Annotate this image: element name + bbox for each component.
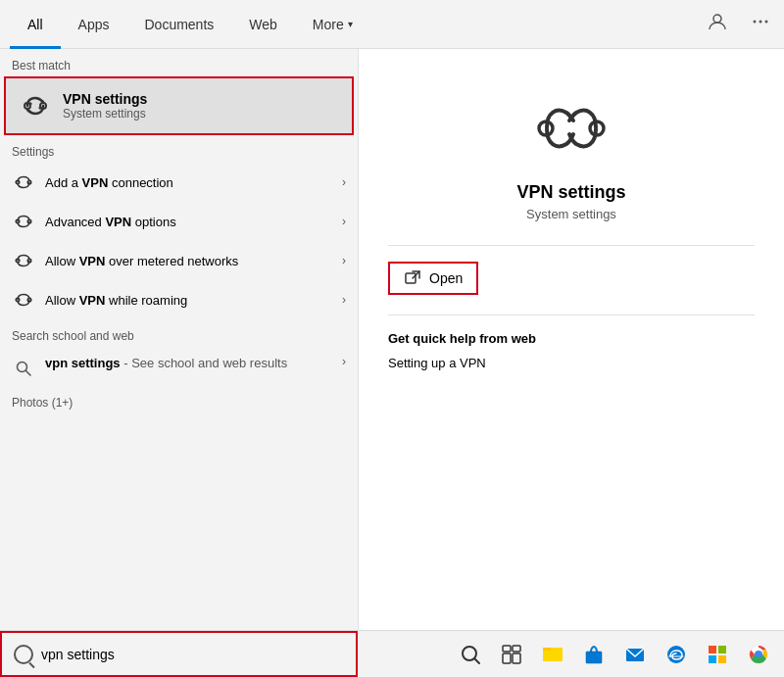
svg-rect-22 <box>503 646 511 652</box>
list-item-vpn-roaming-text: Allow VPN while roaming <box>45 293 342 308</box>
list-item-add-vpn-text: Add a VPN connection <box>45 175 342 190</box>
search-web-query: vpn settings <box>45 356 121 370</box>
list-item-vpn-metered[interactable]: Allow VPN over metered networks › <box>0 241 358 280</box>
svg-rect-33 <box>709 646 716 653</box>
taskbar-edge-icon[interactable] <box>659 637 694 672</box>
taskbar-msstore-icon[interactable] <box>700 637 735 672</box>
svg-rect-24 <box>503 653 511 663</box>
taskbar-mail-icon[interactable] <box>617 637 653 672</box>
svg-rect-27 <box>543 648 551 651</box>
tab-documents[interactable]: Documents <box>126 0 231 49</box>
best-match-title: VPN settings <box>63 91 147 107</box>
search-icon <box>14 645 33 664</box>
svg-rect-29 <box>586 652 602 663</box>
best-match-subtitle: System settings <box>63 107 147 121</box>
taskbar-store-icon[interactable] <box>576 637 612 672</box>
svg-rect-25 <box>513 653 520 663</box>
tab-apps-label: Apps <box>78 17 110 32</box>
best-match-item[interactable]: VPN settings System settings <box>4 76 354 135</box>
tab-all[interactable]: All <box>10 0 61 49</box>
search-web-icon <box>12 357 35 380</box>
right-panel: VPN settings System settings Open Get qu… <box>358 49 784 630</box>
open-button[interactable]: Open <box>388 262 478 295</box>
search-web-text: vpn settings - See school and web result… <box>45 355 342 372</box>
divider-2 <box>388 314 755 315</box>
svg-rect-18 <box>406 273 416 283</box>
vpn-icon-4 <box>12 288 35 312</box>
tab-all-label: All <box>27 17 43 32</box>
tab-web[interactable]: Web <box>231 0 295 49</box>
chevron-right-icon-web: › <box>342 355 346 368</box>
best-match-text: VPN settings System settings <box>63 91 147 121</box>
tab-documents-label: Documents <box>144 17 214 32</box>
top-nav: All Apps Documents Web More ▾ <box>0 0 784 49</box>
vpn-detail-subtitle: System settings <box>526 207 616 221</box>
tab-more-label: More <box>313 17 344 32</box>
vpn-icon-2 <box>12 210 35 233</box>
svg-rect-28 <box>551 648 563 651</box>
tab-apps[interactable]: Apps <box>61 0 127 49</box>
vpn-large-icon <box>532 88 611 167</box>
search-web-desc: - See school and web results <box>123 356 287 370</box>
vpn-detail-title: VPN settings <box>516 182 625 203</box>
svg-point-0 <box>713 15 721 23</box>
vpn-icon-3 <box>12 249 35 272</box>
svg-line-21 <box>474 658 479 663</box>
main-layout: Best match VPN settings System settings … <box>0 49 784 630</box>
svg-point-39 <box>756 652 761 657</box>
chevron-right-icon-3: › <box>342 254 346 267</box>
svg-point-2 <box>760 21 762 24</box>
vpn-settings-icon <box>18 88 53 123</box>
list-item-vpn-metered-text: Allow VPN over metered networks <box>45 254 342 268</box>
list-item-advanced-vpn[interactable]: Advanced VPN options › <box>0 202 358 241</box>
search-area <box>0 631 358 677</box>
svg-rect-35 <box>709 655 716 663</box>
bottom-bar <box>0 630 784 677</box>
taskbar-search-icon[interactable] <box>453 637 488 672</box>
search-web-label: Search school and web <box>0 319 358 347</box>
taskbar-right <box>358 637 784 672</box>
svg-point-3 <box>765 21 768 24</box>
best-match-label: Best match <box>0 49 358 76</box>
vpn-icon-1 <box>12 170 35 194</box>
list-item-add-vpn[interactable]: Add a VPN connection › <box>0 163 358 202</box>
svg-point-1 <box>754 21 757 24</box>
svg-line-15 <box>26 371 31 376</box>
search-input[interactable] <box>41 647 344 662</box>
tab-web-label: Web <box>249 17 277 32</box>
quick-help-label: Get quick help from web <box>388 331 536 346</box>
person-icon[interactable] <box>704 8 731 40</box>
photos-label: Photos (1+) <box>0 388 358 413</box>
tab-more[interactable]: More ▾ <box>295 0 370 49</box>
list-item-advanced-vpn-text: Advanced VPN options <box>45 215 342 229</box>
open-button-label: Open <box>429 270 463 286</box>
taskbar-taskview-icon[interactable] <box>494 637 529 672</box>
taskbar-chrome-icon[interactable] <box>741 637 776 672</box>
left-panel: Best match VPN settings System settings … <box>0 49 358 630</box>
settings-section-label: Settings <box>0 135 358 163</box>
divider-1 <box>388 245 755 246</box>
search-web-item[interactable]: vpn settings - See school and web result… <box>0 347 358 388</box>
open-external-icon <box>404 269 421 287</box>
chevron-right-icon-1: › <box>342 175 346 189</box>
help-link[interactable]: Setting up a VPN <box>388 356 486 370</box>
taskbar-explorer-icon[interactable] <box>535 637 570 672</box>
svg-rect-23 <box>513 646 520 652</box>
chevron-right-icon-2: › <box>342 215 346 228</box>
svg-rect-34 <box>718 646 726 653</box>
chevron-right-icon-4: › <box>342 293 346 307</box>
svg-rect-36 <box>718 655 726 663</box>
chevron-down-icon: ▾ <box>348 19 353 29</box>
nav-actions <box>704 8 774 40</box>
list-item-vpn-roaming[interactable]: Allow VPN while roaming › <box>0 280 358 319</box>
ellipsis-icon[interactable] <box>747 8 774 40</box>
